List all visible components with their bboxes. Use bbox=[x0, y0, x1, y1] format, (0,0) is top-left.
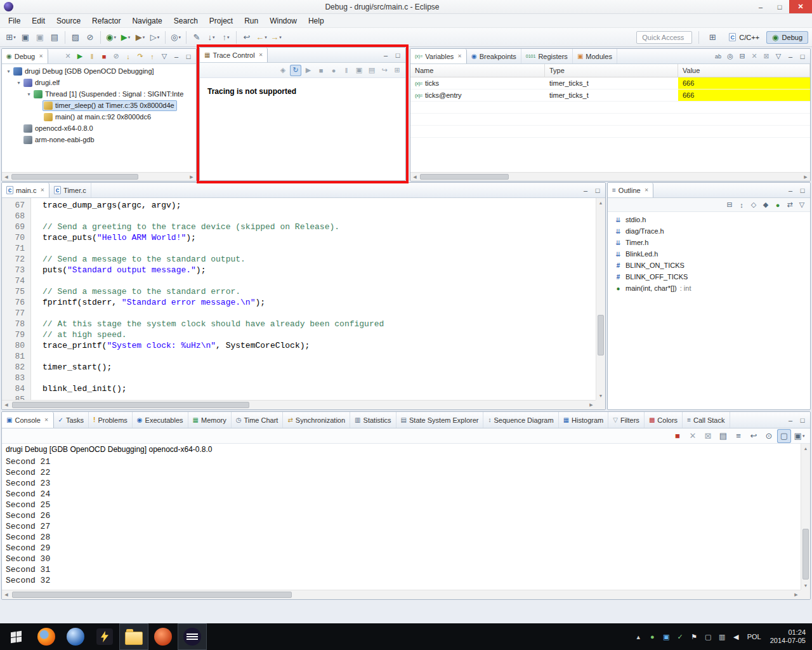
horizontal-scrollbar[interactable]: ◀ ▶ bbox=[2, 590, 801, 599]
zend-taskbar-button[interactable] bbox=[90, 623, 119, 650]
step-into-icon[interactable]: ↓ bbox=[122, 51, 134, 62]
eclipse-taskbar-button[interactable] bbox=[178, 623, 207, 650]
terminate-icon[interactable]: ■ bbox=[98, 51, 110, 62]
scrollbar-thumb[interactable] bbox=[420, 174, 509, 180]
console-tab-memory[interactable]: ▦Memory bbox=[188, 412, 232, 428]
word-wrap-icon[interactable]: ↩ bbox=[747, 429, 761, 443]
profile-icon[interactable]: ▶▾ bbox=[133, 30, 147, 44]
minimize-window-button[interactable]: – bbox=[751, 0, 770, 13]
maximize-icon[interactable]: □ bbox=[797, 415, 808, 426]
outline-item[interactable]: ⇊diag/Trace.h bbox=[608, 225, 810, 237]
scroll-right-icon[interactable]: ▶ bbox=[587, 401, 596, 409]
pause-trace-icon[interactable]: ‖ bbox=[341, 65, 352, 76]
mark-occurrences-icon[interactable]: ✎ bbox=[190, 30, 204, 44]
scroll-right-icon[interactable]: ▶ bbox=[801, 173, 810, 182]
minimize-icon[interactable]: – bbox=[580, 185, 591, 196]
scroll-right-icon[interactable]: ▶ bbox=[792, 590, 801, 599]
debug-tree-item[interactable]: ▾drugi.elf bbox=[2, 77, 196, 88]
menu-window[interactable]: Window bbox=[264, 15, 303, 27]
storage-icon[interactable]: ▣ bbox=[662, 633, 671, 641]
menu-navigate[interactable]: Navigate bbox=[126, 15, 167, 27]
scrollbar-thumb[interactable] bbox=[11, 174, 138, 180]
horizontal-scrollbar[interactable]: ◀ ▶ bbox=[2, 400, 596, 409]
scrollbar-thumb[interactable] bbox=[12, 402, 249, 408]
hide-fields-icon[interactable]: ◇ bbox=[748, 199, 759, 211]
menu-search[interactable]: Search bbox=[168, 15, 204, 27]
horizontal-scrollbar[interactable]: ◀ ▶ bbox=[2, 172, 196, 181]
outline-item[interactable]: ⇊Timer.h bbox=[608, 237, 810, 248]
outline-item[interactable]: #BLINK_ON_TICKS bbox=[608, 260, 810, 271]
new-wizard-icon[interactable]: ⊞▾ bbox=[4, 30, 18, 44]
editor-tab-main.c[interactable]: cmain.c✕ bbox=[2, 183, 49, 197]
link-with-editor-icon[interactable]: ⇄ bbox=[784, 199, 796, 211]
hide-non-public-members-icon[interactable]: ● bbox=[772, 199, 783, 211]
view-menu-icon[interactable]: ▽ bbox=[159, 51, 170, 62]
editor-tab-timer.c[interactable]: cTimer.c bbox=[49, 183, 91, 197]
scroll-down-icon[interactable]: ▼ bbox=[596, 391, 605, 400]
clear-console-icon[interactable]: ▤ bbox=[716, 429, 730, 443]
show-hidden-icons[interactable]: ▴ bbox=[634, 633, 643, 641]
close-tab-icon[interactable]: ✕ bbox=[44, 417, 49, 423]
maximize-icon[interactable]: □ bbox=[797, 51, 808, 62]
run-icon[interactable]: ▶▾ bbox=[119, 30, 133, 44]
step-over-icon[interactable]: ↷ bbox=[134, 51, 146, 62]
maximize-icon[interactable]: □ bbox=[183, 51, 194, 62]
remove-all-launches-icon[interactable]: ⊠ bbox=[701, 429, 715, 443]
auto-refresh-icon[interactable]: ↻ bbox=[290, 65, 301, 76]
previous-annotation-icon[interactable]: ↑▾ bbox=[219, 30, 233, 44]
variables-tab-modules[interactable]: ▣Modules bbox=[573, 49, 617, 63]
console-output[interactable]: drugi Debug [GDB OpenOCD Debugging] open… bbox=[2, 444, 801, 590]
language-indicator[interactable]: POL bbox=[745, 633, 763, 640]
minimize-icon[interactable]: – bbox=[785, 185, 796, 196]
console-tab-synchronization[interactable]: ⇄Synchronization bbox=[283, 412, 350, 428]
disconnect-icon[interactable]: ⊘ bbox=[110, 51, 122, 62]
expander-icon[interactable]: ▾ bbox=[25, 91, 33, 97]
collapse-all-icon[interactable]: ⊟ bbox=[737, 51, 748, 62]
scroll-left-icon[interactable]: ◀ bbox=[2, 401, 11, 409]
console-tab-sequence-diagram[interactable]: ↕Sequence Diagram bbox=[483, 412, 558, 428]
menu-refactor[interactable]: Refactor bbox=[86, 15, 126, 27]
perspective-cpp-button[interactable]: CC/C++ bbox=[723, 31, 765, 43]
remove-all-terminated-icon[interactable]: ✕ bbox=[62, 51, 74, 62]
maximize-icon[interactable]: □ bbox=[797, 185, 808, 196]
menu-run[interactable]: Run bbox=[239, 15, 264, 27]
menu-source[interactable]: Source bbox=[51, 15, 86, 27]
step-return-icon[interactable]: ↑ bbox=[147, 51, 158, 62]
variables-tab-variables[interactable]: (x)=Variables✕ bbox=[410, 49, 467, 63]
vertical-scrollbar[interactable]: ▲ ▼ bbox=[596, 198, 605, 400]
view-menu-icon[interactable]: ▽ bbox=[773, 51, 784, 62]
record-trace-icon[interactable]: ● bbox=[328, 65, 339, 76]
load-trace-icon[interactable]: ▤ bbox=[366, 65, 377, 76]
scrollbar-thumb[interactable] bbox=[12, 592, 292, 598]
update-icon[interactable]: ✓ bbox=[676, 633, 685, 641]
remove-icon[interactable]: ✕ bbox=[749, 51, 760, 62]
console-tab-statistics[interactable]: ▥Statistics bbox=[350, 412, 396, 428]
display-icon[interactable]: ▢ bbox=[704, 633, 713, 641]
suspend-icon[interactable]: ‖ bbox=[86, 51, 98, 62]
close-tab-icon[interactable]: ✕ bbox=[40, 187, 44, 193]
horizontal-scrollbar[interactable]: ◀ ▶ bbox=[410, 172, 810, 181]
maximize-icon[interactable]: □ bbox=[592, 185, 603, 196]
resume-icon[interactable]: ▶ bbox=[74, 51, 86, 62]
show-type-names-icon[interactable]: ab bbox=[712, 51, 724, 62]
print-icon[interactable]: ▤ bbox=[48, 30, 62, 44]
web-browser-taskbar-button[interactable] bbox=[61, 623, 90, 650]
scroll-up-icon[interactable]: ▲ bbox=[596, 198, 605, 207]
trace-settings-icon[interactable]: ⊞ bbox=[391, 65, 403, 76]
sort-icon[interactable]: ↕ bbox=[736, 199, 747, 211]
quick-access-input[interactable]: Quick Access bbox=[636, 31, 692, 44]
console-tab-console[interactable]: ▣Console✕ bbox=[2, 412, 54, 428]
scroll-left-icon[interactable]: ◀ bbox=[2, 590, 11, 599]
antivirus-icon[interactable]: ● bbox=[648, 633, 657, 640]
file-explorer-taskbar-button[interactable] bbox=[119, 623, 148, 650]
console-tab-filters[interactable]: ▽Filters bbox=[608, 412, 645, 428]
scroll-up-icon[interactable]: ▲ bbox=[801, 444, 810, 453]
external-tools-icon[interactable]: ▷▾ bbox=[148, 30, 162, 44]
debug-view-tab[interactable]: ◉ Debug ✕ bbox=[2, 49, 48, 63]
scroll-right-icon[interactable]: ▶ bbox=[187, 173, 196, 182]
view-menu-icon[interactable]: ▽ bbox=[796, 199, 808, 211]
maximize-window-button[interactable]: □ bbox=[770, 0, 789, 13]
save-trace-icon[interactable]: ▣ bbox=[353, 65, 365, 76]
open-perspective-icon[interactable]: ⊞ bbox=[705, 30, 719, 44]
stop-trace-icon[interactable]: ■ bbox=[315, 65, 327, 76]
